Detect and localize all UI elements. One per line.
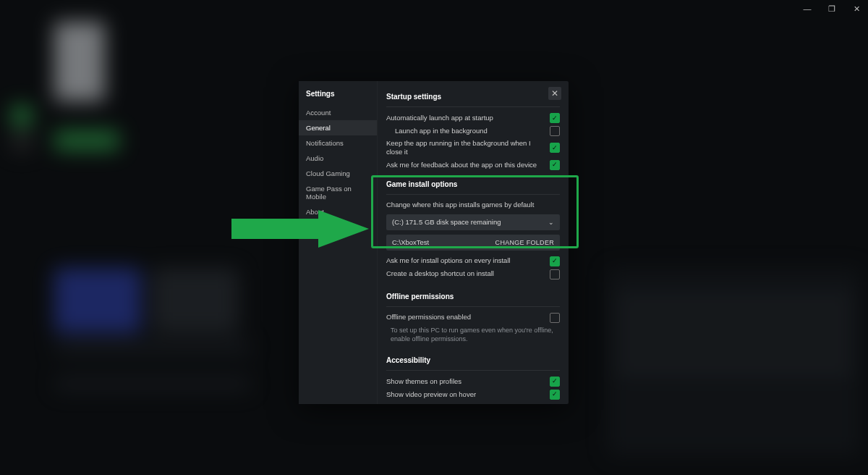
settings-modal: Settings Account General Notifications A… <box>299 81 569 404</box>
row-auto-launch: Automatically launch app at startup ✓ <box>386 113 560 123</box>
row-feedback: Ask me for feedback about the app on thi… <box>386 160 560 170</box>
checkbox-ask-every[interactable]: ✓ <box>550 256 560 266</box>
drive-selected-text: (C:) 171.5 GB disk space remaining <box>392 218 501 226</box>
divider <box>386 194 560 195</box>
section-heading-offline: Offline permissions <box>386 293 560 300</box>
label-keep-bg: Keep the app running in the background w… <box>386 139 550 157</box>
window-controls: — ❐ ✕ <box>801 4 862 14</box>
divider <box>386 306 560 307</box>
label-offline-enabled: Offline permissions enabled <box>386 313 550 321</box>
label-feedback: Ask me for feedback about the app on thi… <box>386 161 550 169</box>
row-keep-bg: Keep the app running in the background w… <box>386 139 560 157</box>
checkbox-shortcut[interactable]: ✓ <box>550 269 560 279</box>
change-folder-button[interactable]: CHANGE FOLDER <box>495 239 554 246</box>
label-auto-launch: Automatically launch app at startup <box>386 114 550 122</box>
scale-note[interactable]: To scale up text and any other UI elemen… <box>386 403 560 404</box>
checkbox-feedback[interactable]: ✓ <box>550 160 560 170</box>
settings-sidebar: Settings Account General Notifications A… <box>299 81 378 404</box>
chevron-down-icon: ⌄ <box>548 219 554 226</box>
checkbox-launch-bg[interactable]: ✓ <box>550 126 560 136</box>
sidebar-item-cloud-gaming[interactable]: Cloud Gaming <box>299 166 377 181</box>
row-themes: Show themes on profiles ✓ <box>386 377 560 387</box>
settings-title: Settings <box>299 81 377 105</box>
divider <box>386 106 560 107</box>
offline-note: To set up this PC to run games even when… <box>386 326 560 343</box>
close-window-button[interactable]: ✕ <box>851 4 862 14</box>
close-modal-button[interactable]: ✕ <box>548 87 561 100</box>
row-ask-every: Ask me for install options on every inst… <box>386 256 560 266</box>
maximize-button[interactable]: ❐ <box>826 4 838 14</box>
sidebar-item-gamepass-mobile[interactable]: Game Pass on Mobile <box>299 181 377 204</box>
section-heading-accessibility: Accessibility <box>386 356 560 364</box>
section-heading-startup: Startup settings <box>386 93 560 101</box>
checkbox-keep-bg[interactable]: ✓ <box>550 143 560 153</box>
label-launch-bg: Launch app in the background <box>395 127 550 135</box>
sidebar-item-account[interactable]: Account <box>299 105 377 120</box>
label-shortcut: Create a desktop shortcut on install <box>386 269 550 278</box>
divider <box>386 370 560 371</box>
sidebar-item-general[interactable]: General <box>299 120 377 135</box>
checkbox-auto-launch[interactable]: ✓ <box>550 113 560 123</box>
sidebar-item-notifications[interactable]: Notifications <box>299 135 377 151</box>
checkbox-themes[interactable]: ✓ <box>550 377 560 387</box>
minimize-button[interactable]: — <box>801 4 813 14</box>
game-install-group: Game install options Change where this a… <box>386 180 560 251</box>
row-shortcut: Create a desktop shortcut on install ✓ <box>386 269 560 279</box>
section-heading-install: Game install options <box>386 180 560 188</box>
label-change-where: Change where this app installs games by … <box>386 201 560 210</box>
folder-path-text: C:\XboxTest <box>392 238 429 246</box>
row-launch-bg: Launch app in the background ✓ <box>386 126 560 136</box>
checkbox-offline-enabled[interactable]: ✓ <box>550 313 560 323</box>
checkbox-video-preview[interactable]: ✓ <box>550 390 560 400</box>
folder-path-row: C:\XboxTest CHANGE FOLDER <box>386 235 560 251</box>
label-themes: Show themes on profiles <box>386 377 550 386</box>
label-video-preview: Show video preview on hover <box>386 390 550 399</box>
sidebar-item-audio[interactable]: Audio <box>299 151 377 166</box>
sidebar-item-about[interactable]: About <box>299 204 377 219</box>
settings-content: ✕ Startup settings Automatically launch … <box>378 81 569 404</box>
drive-select-dropdown[interactable]: (C:) 171.5 GB disk space remaining ⌄ <box>386 214 560 230</box>
row-offline-enabled: Offline permissions enabled ✓ <box>386 313 560 323</box>
row-video-preview: Show video preview on hover ✓ <box>386 390 560 400</box>
label-ask-every: Ask me for install options on every inst… <box>386 256 550 265</box>
